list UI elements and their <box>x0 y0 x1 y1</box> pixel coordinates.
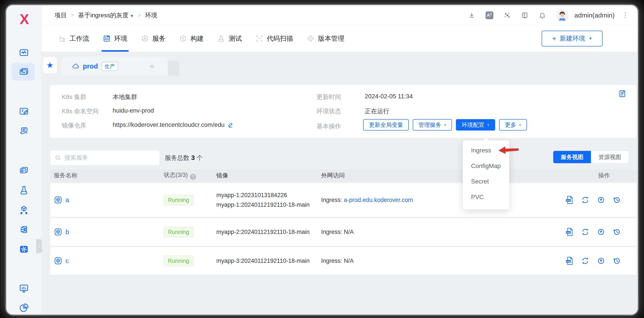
star-icon[interactable]: ★ <box>149 62 155 70</box>
basic-operations: 更新全局变量 管理服务∨ 环境配置∨ 更多∨ <box>363 119 527 131</box>
image-tag: myapp-1:20240112192110-18-main <box>216 200 321 210</box>
breadcrumb-projects[interactable]: 项目 <box>54 11 67 19</box>
table-row: a Running myapp-1:20231013184226myapp-1:… <box>50 183 636 217</box>
bell-icon[interactable] <box>538 11 546 19</box>
col-access: 外网访问 <box>321 171 572 179</box>
translate-icon[interactable]: A文 <box>486 11 494 19</box>
chevron-down-icon[interactable]: ▼ <box>588 36 592 40</box>
screenshot-stage: X PM <box>0 0 644 318</box>
service-icon <box>54 228 62 236</box>
app-window: X PM <box>6 5 638 315</box>
cloud-icon <box>72 62 80 70</box>
manage-services-button[interactable]: 管理服务∨ <box>413 119 452 131</box>
update-button[interactable] <box>596 227 606 237</box>
chevron-down-icon[interactable]: ▼ <box>130 14 134 18</box>
workflow-icon <box>58 35 66 42</box>
plugins-icon[interactable] <box>504 11 511 19</box>
yaml-button[interactable]: YAML <box>565 227 574 237</box>
version-icon <box>307 35 314 42</box>
search-input[interactable] <box>64 154 155 161</box>
yaml-button[interactable]: YAML <box>565 256 574 266</box>
breadcrumb: 项目 > 基于ingress的灰度▼ > 环境 <box>42 11 157 19</box>
col-service-name: 服务名称 <box>50 171 164 179</box>
update-button[interactable] <box>596 256 606 266</box>
field-label: 环境状态 <box>316 108 341 115</box>
env-name: prod <box>83 62 98 70</box>
access-prefix: Ingress: <box>321 197 344 203</box>
insight-pie-icon[interactable] <box>19 303 29 313</box>
release-box-icon[interactable] <box>19 205 29 215</box>
code-scan-icon <box>255 35 263 42</box>
user-name[interactable]: admin(admin) <box>574 11 615 19</box>
registry-value: https://koderover.tencentcloudcr.com/edu <box>113 121 225 128</box>
projects-pm-icon[interactable]: PM <box>19 67 29 77</box>
dropdown-item-configmap[interactable]: ConfigMap <box>463 158 509 174</box>
favorite-star-button[interactable]: ★ <box>43 57 57 73</box>
chevron-right-icon: › <box>38 243 40 250</box>
more-button[interactable]: 更多∨ <box>499 119 527 131</box>
tab-label: 代码扫描 <box>267 34 293 43</box>
test-flask-icon[interactable] <box>19 185 29 195</box>
ingress-link[interactable]: a-prod.edu.koderover.com <box>344 197 413 203</box>
env-status-value: 正在运行 <box>365 108 389 115</box>
tab-version[interactable]: 版本管理 <box>307 25 344 52</box>
breadcrumb-separator: > <box>138 12 141 19</box>
dropdown-item-pvc[interactable]: PVC <box>463 189 509 205</box>
history-button[interactable] <box>612 195 622 205</box>
svg-text:YAML: YAML <box>566 261 571 263</box>
kebab-icon[interactable] <box>625 12 626 18</box>
sidebar: X PM <box>6 5 42 315</box>
field-label: K8s 命名空间 <box>62 108 99 115</box>
apps-windows-icon[interactable] <box>19 165 29 175</box>
tab-build[interactable]: 构建 <box>179 25 204 52</box>
service-search[interactable] <box>50 150 160 165</box>
table-row: b Running myapp-2:20240112192110-18-main… <box>50 218 636 246</box>
avatar[interactable] <box>556 9 568 21</box>
restart-button[interactable] <box>581 195 590 205</box>
restart-button[interactable] <box>581 256 590 266</box>
pm-label: PM <box>22 71 25 74</box>
sidebar-expand-handle[interactable]: › <box>36 239 42 253</box>
restart-button[interactable] <box>581 227 590 237</box>
resource-view-toggle[interactable]: 资源视图 <box>591 151 629 163</box>
service-total: 服务总数3个 <box>165 154 203 162</box>
history-button[interactable] <box>612 256 622 266</box>
edit-doc-icon[interactable] <box>19 106 29 116</box>
env-production-badge: 生产 <box>102 62 118 71</box>
delivery-hand-icon[interactable] <box>19 126 29 136</box>
service-name-link[interactable]: b <box>66 228 69 236</box>
environment-info-panel: K8s 集群 本地集群 K8s 命名空间 huidu-env-prod 镜像仓库… <box>50 85 636 138</box>
tab-workflow[interactable]: 工作流 <box>58 25 89 52</box>
tab-environment[interactable]: 环境 <box>103 25 127 52</box>
stats-monitor-icon[interactable] <box>19 283 29 294</box>
download-icon[interactable] <box>468 11 476 19</box>
update-button[interactable] <box>596 195 606 205</box>
settings-gear-icon[interactable] <box>19 244 29 254</box>
integration-nodes-icon[interactable] <box>19 225 29 235</box>
topbar-actions: A文 admin(admin) <box>468 9 638 21</box>
update-global-vars-button[interactable]: 更新全局变量 <box>363 119 409 131</box>
dashboard-icon[interactable] <box>19 47 29 58</box>
help-icon[interactable]: ? <box>190 174 196 180</box>
env-detail-doc-icon[interactable] <box>618 90 626 98</box>
service-name-link[interactable]: a <box>66 196 69 204</box>
status-badge: Running <box>164 256 193 266</box>
service-view-toggle[interactable]: 服务视图 <box>553 151 591 163</box>
edit-icon[interactable] <box>227 121 234 128</box>
env-config-button[interactable]: 环境配置∨ <box>456 119 495 131</box>
history-button[interactable] <box>612 227 622 237</box>
new-environment-button[interactable]: + 新建环境 ▼ <box>542 31 602 46</box>
tab-test[interactable]: 测试 <box>217 25 242 52</box>
tab-label: 工作流 <box>70 34 89 43</box>
breadcrumb-project-name[interactable]: 基于ingress的灰度▼ <box>78 11 134 19</box>
service-name-link[interactable]: c <box>66 257 69 265</box>
dropdown-item-secret[interactable]: Secret <box>463 174 509 189</box>
col-status: 状态(3/3)? <box>164 171 216 180</box>
docs-icon[interactable] <box>521 11 528 19</box>
tab-service[interactable]: 服务 <box>141 25 166 52</box>
tab-code-scan[interactable]: 代码扫描 <box>255 25 293 52</box>
yaml-button[interactable]: YAML <box>565 195 574 205</box>
chevron-down-icon: ∨ <box>487 123 490 127</box>
topbar: 项目 > 基于ingress的灰度▼ > 环境 A文 admin(admin) <box>42 5 638 25</box>
env-tab-prod[interactable]: prod 生产 ★ <box>62 57 168 75</box>
